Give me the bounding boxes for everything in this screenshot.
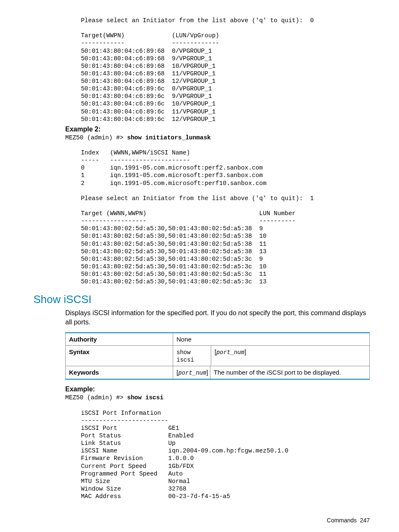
authority-value: None xyxy=(173,333,370,346)
table-row-keywords: Keywords [port_num] The number of the iS… xyxy=(66,366,370,380)
terminal-output-block-1: Please select an Initiator from the list… xyxy=(33,17,370,123)
keywords-description: The number of the iSCSI port to be displ… xyxy=(210,366,344,379)
syntax-label: Syntax xyxy=(66,346,173,366)
prompt-prefix: MEZ50 (admin) #> xyxy=(65,134,127,141)
authority-label: Authority xyxy=(66,333,173,346)
prompt-command: show initiators_lunmask xyxy=(127,134,211,141)
syntax-command: show iscsi xyxy=(173,346,211,366)
syntax-argument: [port_num] xyxy=(211,346,370,366)
section-title-show-iscsi: Show iSCSI xyxy=(33,293,370,306)
terminal-output-block-3: iSCSI Port Information -----------------… xyxy=(33,402,370,501)
keywords-label: Keywords xyxy=(66,366,173,380)
footer-page-number: 247 xyxy=(360,517,370,524)
prompt-prefix: MEZ50 (admin) #> xyxy=(65,394,127,401)
keywords-cell: [port_num] The number of the iSCSI port … xyxy=(173,366,370,380)
page-footer: Commands 247 xyxy=(33,517,370,524)
section-description: Displays iSCSI information for the speci… xyxy=(33,308,370,326)
prompt-command: show iscsi xyxy=(127,394,164,401)
example-2-prompt: MEZ50 (admin) #> show initiators_lunmask xyxy=(33,134,370,141)
table-row-syntax: Syntax show iscsi [port_num] xyxy=(66,346,370,366)
keywords-argument: [port_num] xyxy=(173,366,210,379)
example-2-heading: Example 2: xyxy=(33,126,370,133)
example-3-heading: Example: xyxy=(33,386,370,393)
footer-section-label: Commands xyxy=(327,517,357,524)
table-row-authority: Authority None xyxy=(66,333,370,346)
example-3-prompt: MEZ50 (admin) #> show iscsi xyxy=(33,394,370,401)
terminal-output-block-2: Index (WWNN,WWPN/iSCSI Name) ----- -----… xyxy=(33,141,370,285)
command-reference-table: Authority None Syntax show iscsi [port_n… xyxy=(65,332,370,380)
